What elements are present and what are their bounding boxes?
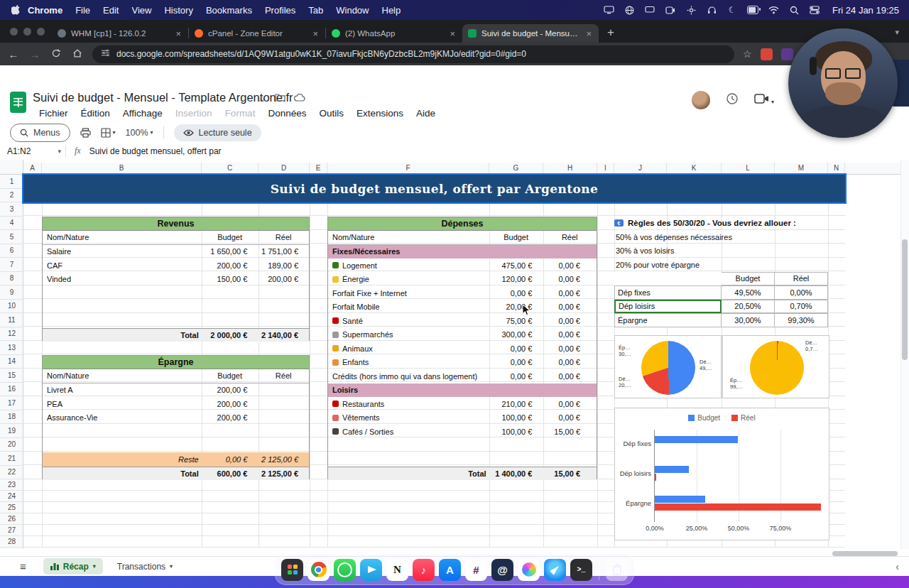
cell[interactable]: 30,00%: [722, 313, 775, 327]
cell[interactable]: 0,00%: [775, 285, 828, 300]
epargne-title[interactable]: Épargne: [43, 356, 309, 370]
column-header-G[interactable]: G: [489, 163, 543, 174]
headphones-icon[interactable]: [706, 4, 717, 16]
cell[interactable]: 75,00 €: [489, 317, 543, 325]
cell[interactable]: PEA: [43, 400, 202, 408]
menu-edition[interactable]: Édition: [75, 107, 116, 120]
settings-gear-icon[interactable]: [685, 4, 697, 16]
cell[interactable]: 210,00 €: [489, 400, 543, 408]
cell[interactable]: 0,00 €: [543, 261, 597, 270]
cloud-status-icon[interactable]: [294, 92, 305, 104]
row-header-22[interactable]: 22: [0, 466, 23, 480]
menubar-item-view[interactable]: View: [125, 5, 158, 16]
apple-icon[interactable]: [10, 4, 21, 16]
version-history-icon[interactable]: [726, 92, 739, 108]
row-header-25[interactable]: 25: [0, 502, 23, 513]
menubar-item-bookmarks[interactable]: Bookmarks: [200, 5, 258, 16]
section-header[interactable]: Fixes/Nécessaires: [328, 247, 490, 256]
column-header-K[interactable]: K: [667, 163, 722, 174]
cell[interactable]: 200,00 €: [202, 261, 258, 270]
column-header-H[interactable]: H: [543, 163, 597, 174]
row-header-1[interactable]: 1: [0, 175, 23, 189]
cell[interactable]: Nom/Nature: [328, 233, 489, 241]
row-header-20[interactable]: 20: [0, 438, 23, 452]
new-tab-button[interactable]: +: [599, 26, 623, 43]
cell[interactable]: 200,00 €: [202, 413, 258, 422]
row-header-28[interactable]: 28: [0, 536, 23, 548]
zoom-control[interactable]: 100%▾: [126, 128, 153, 138]
menubar-app-name[interactable]: Chrome: [21, 5, 69, 16]
menubar-clock[interactable]: Fri 24 Jan 19:25: [829, 5, 899, 16]
cell[interactable]: 189,00 €: [258, 261, 309, 270]
cell[interactable]: Nom/Nature: [43, 233, 202, 241]
browser-tab-whm[interactable]: WHM [cp1] - 126.0.2 ×: [52, 24, 188, 43]
back-icon[interactable]: ←: [7, 48, 20, 60]
control-center-icon[interactable]: [809, 4, 820, 16]
cell[interactable]: 2 000,00 €: [202, 331, 258, 339]
all-sheets-icon[interactable]: ≡: [10, 560, 36, 572]
extension-icon-purple[interactable]: [781, 48, 793, 60]
column-header-L[interactable]: L: [722, 163, 775, 174]
vertical-scrollbar-thumb[interactable]: [902, 239, 908, 360]
user-avatar[interactable]: [692, 91, 710, 109]
cell[interactable]: 150,00 €: [202, 275, 258, 283]
cell[interactable]: Total: [328, 469, 489, 478]
row-header-13[interactable]: 13: [0, 341, 23, 355]
close-tab-icon[interactable]: ×: [311, 28, 320, 39]
row-header-7[interactable]: 7: [0, 258, 23, 272]
dock-telegram-icon[interactable]: [360, 559, 382, 581]
document-title[interactable]: Suivi de budget - Mensuel - Template Arg…: [33, 91, 293, 104]
menu-outils[interactable]: Outils: [312, 107, 350, 120]
cell[interactable]: 0,00 €: [202, 455, 258, 464]
cell[interactable]: Vinded: [43, 275, 202, 283]
close-tab-icon[interactable]: ×: [584, 28, 593, 39]
column-header-C[interactable]: C: [202, 163, 258, 174]
cell[interactable]: 49,50%: [722, 285, 775, 300]
row-header-3[interactable]: 3: [0, 202, 23, 217]
row-header-12[interactable]: 12: [0, 327, 23, 342]
cell[interactable]: Salaire: [43, 247, 202, 256]
rules-line-1[interactable]: 50% à vos dépenses nécessaires: [616, 230, 732, 244]
rules-line-2[interactable]: 30% à vos loisirs: [616, 244, 675, 258]
tab-menu-chevron-icon[interactable]: ▾: [170, 563, 173, 570]
row-header-27[interactable]: 27: [0, 525, 23, 536]
row-header-17[interactable]: 17: [0, 396, 23, 410]
cell[interactable]: Budget: [489, 233, 543, 241]
cell[interactable]: 0,70%: [775, 300, 828, 314]
row-header-6[interactable]: 6: [0, 244, 23, 258]
cell[interactable]: 15,00 €: [543, 469, 597, 478]
column-header-J[interactable]: J: [614, 163, 667, 174]
cell[interactable]: Logement: [328, 261, 489, 270]
move-folder-icon[interactable]: [275, 92, 285, 104]
cell[interactable]: 120,00 €: [489, 275, 543, 283]
tab-search-chevron-icon[interactable]: ▾: [895, 28, 909, 43]
dock-safari-icon[interactable]: [544, 559, 566, 581]
menubar-item-help[interactable]: Help: [376, 5, 408, 16]
cell[interactable]: Supermarchés: [328, 330, 489, 339]
row-header-15[interactable]: 15: [0, 369, 23, 383]
cell[interactable]: 100,00 €: [489, 428, 543, 436]
menu-affichage[interactable]: Affichage: [116, 107, 169, 120]
row-header-16[interactable]: 16: [0, 383, 23, 397]
cell[interactable]: Réel: [258, 233, 309, 241]
dock-slack-icon[interactable]: #: [465, 559, 487, 581]
rules-line-3[interactable]: 20% pour votre épargne: [616, 258, 700, 272]
column-header-B[interactable]: B: [42, 163, 202, 174]
column-header-A[interactable]: A: [23, 163, 42, 174]
menubar-item-history[interactable]: History: [158, 5, 199, 16]
bar-chart[interactable]: Budget Réel Dép fixes Dép loisirs Épargn…: [614, 408, 829, 540]
menu-aide[interactable]: Aide: [410, 107, 442, 120]
wifi-icon[interactable]: [768, 4, 779, 16]
cell[interactable]: Réel: [543, 233, 597, 241]
cell[interactable]: Total: [43, 469, 202, 478]
cell[interactable]: 100,00 €: [489, 413, 543, 422]
column-header-M[interactable]: M: [775, 163, 828, 174]
rules-title[interactable]: € Règles des 50/30/20 - Vous devriez all…: [614, 217, 796, 231]
pie-chart-reel[interactable]: Dé… 0,7… Ép… 99,…: [722, 335, 829, 398]
cell[interactable]: Forfait Fixe + Internet: [328, 289, 489, 298]
paint-format-icon[interactable]: ▾: [101, 128, 116, 138]
browser-tab-sheets-active[interactable]: Suivi de budget - Mensuel - ×: [462, 24, 599, 43]
webcam-overlay[interactable]: [788, 28, 898, 138]
cell[interactable]: 200,00 €: [202, 386, 258, 394]
dock-chrome-icon[interactable]: [307, 559, 330, 581]
